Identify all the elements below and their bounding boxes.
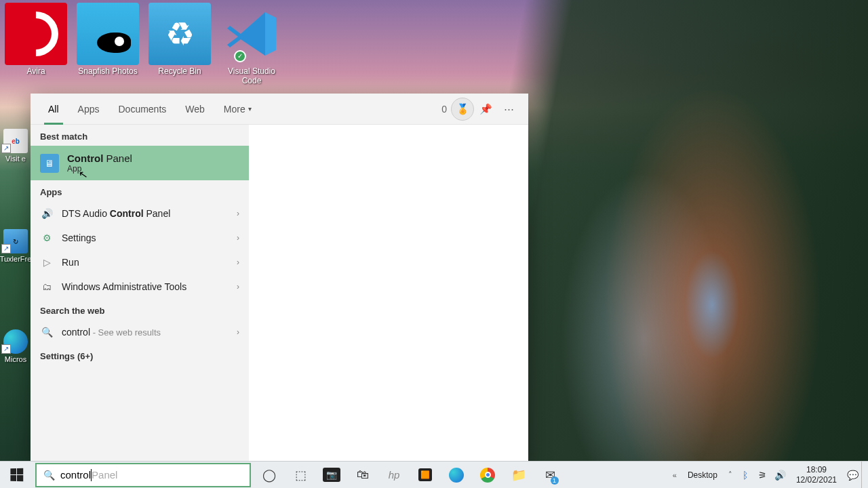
shortcut-arrow-icon: ↗ (1, 144, 11, 153)
start-button[interactable] (0, 462, 33, 489)
run-icon: ▷ (40, 256, 54, 269)
tab-apps[interactable]: Apps (68, 94, 109, 125)
tray-overflow-button[interactable]: « (669, 471, 681, 479)
chevron-right-icon: › (237, 327, 239, 337)
rewards-count: 0 (441, 104, 447, 115)
search-tabs: All Apps Documents Web More▾ 0 🏅 📌 ⋯ (31, 94, 528, 125)
desktop-icon-tuxler[interactable]: ↻ ↗ TuxlerFre (1, 229, 30, 263)
taskbar-app-chrome[interactable] (472, 462, 503, 489)
taskbar-app-camera[interactable]: 📷 (316, 462, 347, 489)
tray-overflow-chevron[interactable]: ˄ (724, 470, 736, 479)
desktop-icon-vscode[interactable]: Visual Studio Code (218, 3, 285, 85)
tray-date: 12/02/2021 (796, 475, 837, 485)
shortcut-arrow-icon: ↗ (1, 344, 11, 354)
sync-ok-badge-icon (234, 50, 246, 62)
vscode-icon (220, 3, 283, 65)
taskbar-app-store[interactable]: 🛍 (347, 462, 378, 489)
taskbar-app-unknown[interactable]: 🟧 (410, 462, 441, 489)
desktop-icon-snapfish[interactable]: Snapfish Photos (75, 3, 141, 85)
tab-more[interactable]: More▾ (214, 94, 261, 125)
taskbar-cortana-button[interactable]: ⬚ (285, 462, 316, 489)
desktop-icon-label: Snapfish Photos (78, 66, 137, 76)
desktop-left-column: eb ↗ Visit e ↻ ↗ TuxlerFre ↗ Micros (1, 129, 30, 363)
taskbar-app-edge[interactable] (441, 462, 472, 489)
desktop-icon-label: Visual Studio Code (218, 66, 285, 85)
taskbar-pinned-apps: ◯ ⬚ 📷 🛍 hp 🟧 📁 ✉1 (254, 462, 566, 488)
desktop-icon-edge[interactable]: ↗ Micros (1, 329, 30, 363)
chevron-right-icon: › (237, 233, 239, 243)
show-desktop-button[interactable] (861, 462, 865, 489)
snapfish-icon (77, 3, 139, 65)
taskbar-search-box[interactable]: 🔍 control Panel (35, 463, 251, 487)
more-options-icon[interactable]: ⋯ (497, 98, 520, 121)
chevron-right-icon: › (237, 282, 239, 291)
search-preview-pane (249, 125, 528, 464)
task-view-button[interactable]: ◯ (254, 462, 285, 489)
taskbar: 🔍 control Panel ◯ ⬚ 📷 🛍 hp 🟧 📁 ✉1 « Desk… (0, 461, 868, 488)
gear-icon: ⚙ (40, 231, 54, 245)
taskbar-app-hp[interactable]: hp (378, 462, 410, 489)
taskbar-app-mail[interactable]: ✉1 (534, 462, 566, 489)
desktop-icon-label: Visit e (5, 155, 26, 163)
tray-wifi-icon[interactable]: ⚞ (754, 462, 772, 489)
section-settings-more[interactable]: Settings (6+) (31, 344, 249, 365)
shortcut-arrow-icon: ↗ (1, 244, 11, 253)
tray-notifications-icon[interactable]: 💬 (844, 462, 861, 489)
tray-time: 18:09 (796, 465, 837, 474)
search-results: Best match 🖥 Control Panel App Apps 🔊 DT… (31, 125, 528, 464)
desktop-icon-recycle-bin[interactable]: Recycle Bin (146, 3, 213, 85)
search-results-list: Best match 🖥 Control Panel App Apps 🔊 DT… (31, 125, 249, 464)
search-icon: 🔍 (40, 325, 54, 339)
search-icon: 🔍 (43, 470, 55, 481)
desktop-icon-label: TuxlerFre (0, 255, 31, 263)
search-typed-text: control (60, 469, 91, 481)
tray-volume-icon[interactable]: 🔊 (772, 462, 789, 489)
desktop-icon-label: Avira (26, 66, 45, 76)
web-result-control[interactable]: 🔍 control - See web results › (31, 320, 249, 344)
tray-bluetooth-icon[interactable]: ᛒ (736, 462, 754, 489)
avira-icon (5, 3, 67, 65)
best-match-subtitle: App (67, 164, 132, 174)
folder-tools-icon: 🗂 (40, 280, 54, 293)
tray-clock[interactable]: 18:09 12/02/2021 (789, 465, 844, 485)
desktop-icon-avira[interactable]: Avira (3, 3, 69, 85)
control-panel-icon: 🖥 (40, 154, 59, 173)
chevron-down-icon: ▾ (248, 105, 252, 113)
tab-documents[interactable]: Documents (108, 94, 176, 125)
web-result-label: control - See web results (62, 327, 161, 338)
app-icon: 🔊 (40, 207, 54, 220)
app-result-admin-tools[interactable]: 🗂 Windows Administrative Tools › (31, 274, 249, 299)
search-ghost-text: Panel (92, 469, 117, 481)
windows-logo-icon (10, 468, 23, 482)
desktop-icon-label: Micros (5, 355, 26, 363)
taskbar-app-explorer[interactable]: 📁 (503, 462, 534, 489)
tray-desktop-toggle[interactable]: Desktop (681, 470, 724, 480)
app-result-label: Windows Administrative Tools (62, 281, 186, 292)
app-result-settings[interactable]: ⚙ Settings › (31, 226, 249, 250)
app-result-label: Run (62, 257, 79, 268)
section-apps-header: Apps (31, 180, 249, 201)
feedback-icon[interactable]: 📌 (474, 98, 497, 121)
app-result-label: Settings (62, 232, 96, 243)
system-tray: « Desktop ˄ ᛒ ⚞ 🔊 18:09 12/02/2021 💬 (669, 462, 868, 488)
desktop-icon-label: Recycle Bin (158, 66, 201, 76)
best-match-result[interactable]: 🖥 Control Panel App (31, 146, 249, 180)
app-result-run[interactable]: ▷ Run › (31, 250, 249, 274)
chevron-right-icon: › (237, 258, 239, 267)
desktop-icons-row: Avira Snapfish Photos Recycle Bin Visual… (0, 0, 288, 88)
desktop-icon-ebay[interactable]: eb ↗ Visit e (1, 129, 30, 163)
best-match-title: Control Panel (67, 152, 132, 164)
recycle-bin-icon (149, 3, 211, 65)
section-search-web-header: Search the web (31, 299, 249, 320)
app-result-dts-audio[interactable]: 🔊 DTS Audio Control Panel › (31, 201, 249, 226)
chevron-right-icon: › (237, 209, 239, 218)
app-result-label: DTS Audio Control Panel (62, 208, 170, 219)
section-best-match-header: Best match (31, 125, 249, 146)
rewards-medal-icon[interactable]: 🏅 (451, 98, 474, 121)
tab-all[interactable]: All (39, 94, 68, 125)
tab-web[interactable]: Web (176, 94, 214, 125)
start-search-panel: All Apps Documents Web More▾ 0 🏅 📌 ⋯ Bes… (31, 94, 528, 464)
